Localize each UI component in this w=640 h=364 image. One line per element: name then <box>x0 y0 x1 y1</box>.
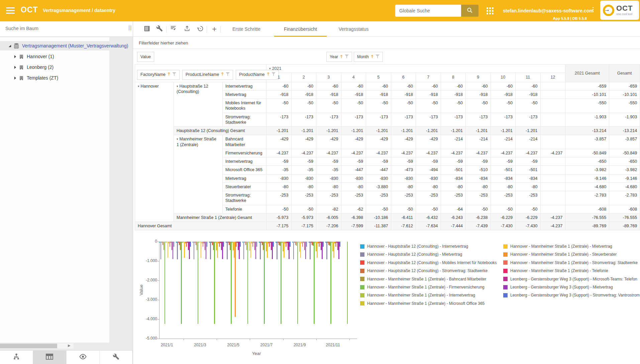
global-search-button[interactable] <box>461 5 478 17</box>
bar-2 <box>177 242 178 259</box>
legend-item[interactable]: Hannover - Mannheimer Straße 1 (Zentrale… <box>360 285 485 289</box>
legend-item[interactable]: Hannover - Mannheimer Straße 1 (Zentrale… <box>503 252 617 257</box>
value-cell: -918 <box>391 90 416 99</box>
factory-cell[interactable]: ▾Hannover <box>135 82 174 222</box>
legend-swatch <box>360 293 364 297</box>
panel-splitter[interactable]: || <box>128 25 132 31</box>
tree-item[interactable]: Leonberg (2) <box>0 63 109 72</box>
value-cell: -6.005 <box>316 213 341 222</box>
value-cell: -253 <box>391 191 416 205</box>
table-icon <box>45 353 54 361</box>
month-column-header[interactable]: 10 <box>491 73 516 82</box>
export-button[interactable] <box>182 24 192 34</box>
table-mode-button[interactable] <box>33 351 66 364</box>
legend-item[interactable]: Hannover - Hauptstraße 12 (Consulting) -… <box>360 244 468 249</box>
filter-funnel-icon[interactable] <box>376 54 380 59</box>
month-column-header[interactable]: 6 <box>391 73 416 82</box>
preview-button[interactable] <box>67 351 100 364</box>
month-column-header[interactable]: 8 <box>441 73 466 82</box>
tree-item[interactable]: Templates (ZT) <box>0 73 109 83</box>
value-cell: -5.973 <box>266 213 292 222</box>
expand-arrow-icon[interactable] <box>13 54 17 59</box>
apps-grid-icon[interactable] <box>487 7 494 15</box>
global-search-input[interactable] <box>395 5 461 17</box>
grand-total-column-header: Gesamt <box>609 65 640 82</box>
legend-item[interactable]: Hannover - Mannheimer Straße 1 (Zentrale… <box>503 268 608 273</box>
year-field-chip[interactable]: Year <box>326 52 352 62</box>
legend-item[interactable]: Hannover - Mannheimer Straße 1 (Zentrale… <box>360 301 485 306</box>
filter-funnel-icon[interactable] <box>345 54 349 59</box>
legend-item[interactable]: Hannover - Hauptstraße 12 (Consulting) -… <box>360 252 462 257</box>
month-column-header[interactable]: 4 <box>341 73 366 82</box>
filter-funnel-icon[interactable] <box>172 72 176 77</box>
month-column-header[interactable]: 11 <box>516 73 541 82</box>
bar-10 <box>310 242 311 259</box>
legend-item[interactable]: Hannover - Mannheimer Straße 1 (Zentrale… <box>360 277 486 281</box>
factoryname-field-chip[interactable]: FactoryName <box>137 70 180 80</box>
tree-item[interactable]: Hannover (1) <box>0 52 109 61</box>
value-field-chip[interactable]: Value <box>137 52 154 62</box>
month-column-header[interactable]: 5 <box>366 73 391 82</box>
year-group-header[interactable]: ▾2021 <box>266 65 565 73</box>
filter-funnel-icon[interactable] <box>272 72 276 77</box>
tab-finanzuebersicht[interactable]: Finanzübersicht <box>274 21 327 36</box>
value-cell: -429 <box>391 135 416 149</box>
value-cell: -80 <box>516 183 541 191</box>
month-column-header[interactable]: 12 <box>540 73 565 82</box>
legend-item[interactable]: Hannover - Mannheimer Straße 1 (Zentrale… <box>503 244 612 249</box>
collapse-arrow-icon[interactable] <box>7 43 12 48</box>
tab-vertragsstatus[interactable]: Vertragsstatus <box>329 21 378 36</box>
oct-logo-tagline: one cool tool <box>616 13 633 16</box>
user-menu-icon[interactable]: ⋮ <box>590 7 596 13</box>
tree-horizontal-scrollbar[interactable]: ▶ <box>0 343 74 349</box>
value-cell: -830 <box>341 174 366 183</box>
legend-item[interactable]: Leonberg - Gerstensburger Weg 3 (Support… <box>503 277 637 281</box>
tab-erste-schritte[interactable]: Erste Schritte <box>221 21 272 36</box>
month-field-chip[interactable]: Month <box>354 52 383 62</box>
y-axis-title: Value <box>139 284 144 295</box>
month-column-header[interactable]: 3 <box>316 73 341 82</box>
value-cell: -447 <box>341 166 366 174</box>
refresh-history-button[interactable] <box>195 24 205 34</box>
expand-arrow-icon[interactable] <box>13 65 17 70</box>
value-cell: -501 <box>491 166 516 174</box>
tree-view: Vertragsmanagement (Muster_Vertragsverwa… <box>0 37 109 343</box>
productline-cell[interactable]: ▾Hauptstraße 12 (Consulting) <box>174 82 223 127</box>
bar-3 <box>207 242 208 247</box>
legend-item[interactable]: Hannover - Hauptstraße 12 (Consulting) -… <box>360 260 497 265</box>
year-total-cell: -550 <box>565 99 609 113</box>
month-column-header[interactable]: 2 <box>291 73 316 82</box>
value-cell: -4.237 <box>466 149 491 157</box>
tree-mode-button[interactable] <box>0 351 33 364</box>
tree-item-selected[interactable]: Vertragsmanagement (Muster_Vertragsverwa… <box>0 41 109 50</box>
user-email[interactable]: stefan.lindenlaub@saxess-software.com <box>503 8 593 13</box>
field-list-button[interactable] <box>169 24 179 34</box>
filter-drop-area[interactable] <box>133 37 640 49</box>
legend-item[interactable]: Hannover - Hauptstraße 12 (Consulting) -… <box>360 268 488 273</box>
tree-search-input[interactable] <box>5 25 106 31</box>
scrollbar-right-arrow-icon[interactable]: ▶ <box>68 344 71 347</box>
add-tab-button[interactable]: + <box>209 24 219 34</box>
filter-funnel-icon[interactable] <box>226 72 230 77</box>
hamburger-menu-icon[interactable] <box>6 7 15 14</box>
configure-button[interactable] <box>100 351 132 364</box>
expand-arrow-icon[interactable] <box>13 75 17 81</box>
legend-item[interactable]: Leonberg - Gerstensburger Weg 3 (Support… <box>503 293 640 297</box>
value-cell: -50 <box>516 205 541 213</box>
y-tick-label: -3.000 <box>142 297 157 302</box>
value-cell: -7.444 <box>441 222 466 230</box>
legend-item[interactable]: Hannover - Mannheimer Straße 1 (Zentrale… <box>503 260 638 265</box>
value-cell: -59 <box>341 157 366 166</box>
month-column-header[interactable]: 9 <box>466 73 491 82</box>
wrench-icon <box>156 25 163 33</box>
scrollbar-thumb[interactable] <box>0 344 57 348</box>
month-column-header[interactable]: 7 <box>416 73 441 82</box>
productline-cell[interactable]: ▾Mannheimer Straße 1 (Zentrale) <box>174 135 223 214</box>
legend-item[interactable]: Leonberg - Gerstensburger Weg 3 (Support… <box>503 285 613 289</box>
settings-wrench-button[interactable] <box>154 24 165 34</box>
legend-label: Hannover - Mannheimer Straße 1 (Zentrale… <box>510 252 617 257</box>
value-cell: -7.430 <box>491 222 516 230</box>
productlinename-field-chip[interactable]: ProductLineName <box>182 70 233 80</box>
report-view-button[interactable] <box>142 24 152 34</box>
legend-item[interactable]: Hannover - Mannheimer Straße 1 (Zentrale… <box>360 293 475 297</box>
